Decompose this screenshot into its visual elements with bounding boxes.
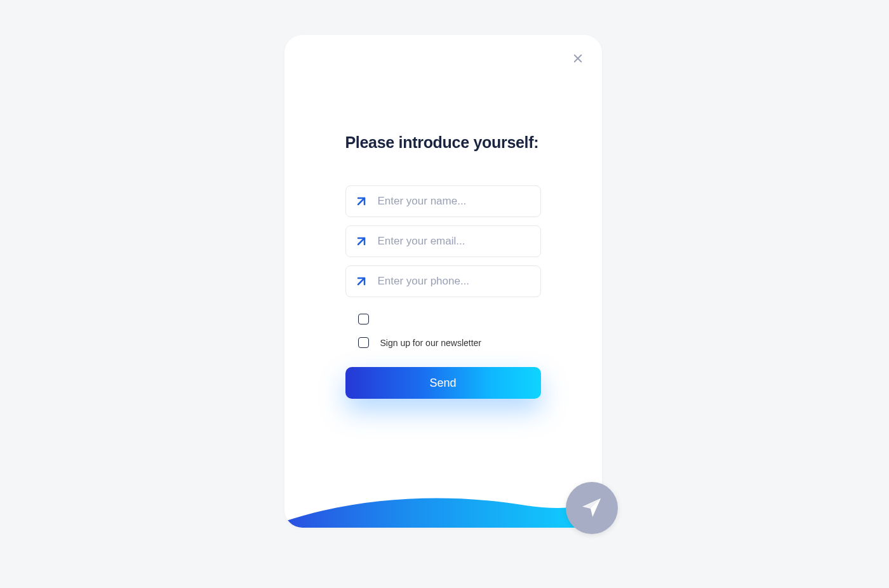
send-button-label: Send xyxy=(429,377,456,389)
close-button[interactable] xyxy=(569,50,587,68)
email-field-group xyxy=(345,225,541,257)
checkbox-1[interactable] xyxy=(358,314,369,324)
newsletter-checkbox[interactable] xyxy=(358,337,369,348)
svg-line-3 xyxy=(358,238,364,244)
phone-input[interactable] xyxy=(345,265,541,297)
checkbox-row-1 xyxy=(345,314,541,324)
input-wrap xyxy=(345,185,541,217)
svg-line-4 xyxy=(358,278,364,284)
form-heading: Please introduce yourself: xyxy=(345,133,541,152)
close-icon xyxy=(572,53,584,66)
input-wrap xyxy=(345,225,541,257)
arrow-down-right-icon xyxy=(355,275,368,288)
newsletter-label: Sign up for our newsletter xyxy=(380,338,482,348)
modal-content: Please introduce yourself: xyxy=(284,35,602,399)
arrow-down-right-icon xyxy=(355,235,368,248)
newsletter-row: Sign up for our newsletter xyxy=(345,337,541,348)
input-wrap xyxy=(345,265,541,297)
intro-modal: Please introduce yourself: xyxy=(284,35,602,528)
send-icon xyxy=(581,497,603,520)
svg-line-2 xyxy=(358,198,364,204)
email-input[interactable] xyxy=(345,225,541,257)
wave-decoration xyxy=(284,490,602,528)
modal-container: Please introduce yourself: xyxy=(284,35,605,528)
arrow-down-right-icon xyxy=(355,195,368,208)
phone-field-group xyxy=(345,265,541,297)
name-input[interactable] xyxy=(345,185,541,217)
send-button[interactable]: Send xyxy=(345,367,541,399)
send-fab[interactable] xyxy=(566,482,618,534)
name-field-group xyxy=(345,185,541,217)
